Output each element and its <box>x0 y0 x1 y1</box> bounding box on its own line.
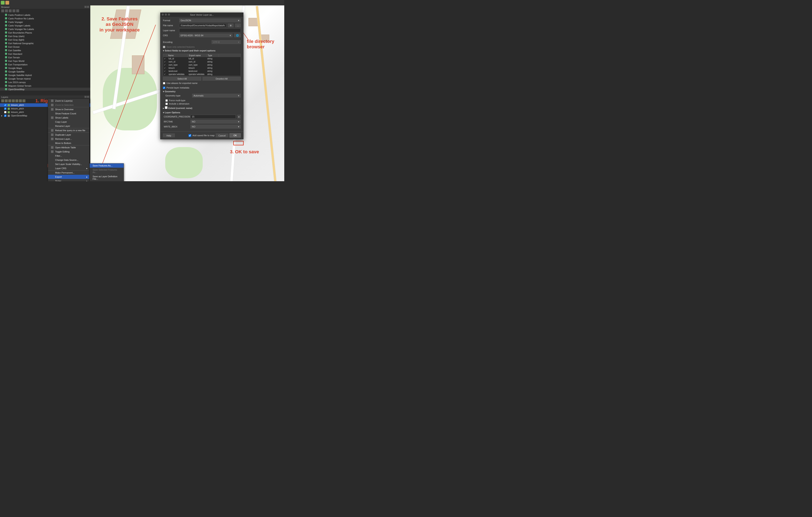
geometry-section[interactable]: Geometry <box>163 89 241 94</box>
field-row[interactable]: ✓osm_idosm_idstring <box>163 60 240 63</box>
maximize-icon[interactable] <box>168 13 170 16</box>
dialog-titlebar[interactable]: Save Vector Layer as... <box>161 13 243 17</box>
geom-type-select[interactable]: Automatic <box>192 94 241 98</box>
cancel-button[interactable]: Cancel <box>216 134 228 137</box>
field-row[interactable]: ✓landcoverlandcoverstring <box>163 70 240 73</box>
browser-item[interactable]: Esri Standard <box>0 52 90 56</box>
select-all-button[interactable]: Select All <box>163 77 201 81</box>
close-icon[interactable] <box>87 6 89 8</box>
browser-item[interactable]: Esri Transportation <box>0 63 90 66</box>
browser-item[interactable]: Carto Voyager No Labels <box>0 27 90 31</box>
browser-item[interactable]: Esri Gray (light) <box>0 38 90 42</box>
remove-icon[interactable] <box>23 99 25 102</box>
select-fields-section[interactable]: Select fields to export and their export… <box>163 49 241 53</box>
browser-item[interactable]: Esri Satellite <box>0 49 90 52</box>
clear-button[interactable]: ⊗ <box>228 24 233 27</box>
browser-item[interactable]: OpenStreetMap <box>0 88 90 91</box>
menu-item[interactable]: Make Permanent... <box>48 170 89 175</box>
menu-item[interactable]: Rename Layer <box>48 124 89 128</box>
menu-item[interactable]: Show Labels <box>48 116 89 120</box>
menu-item[interactable]: Set Layer Scale Visibility... <box>48 162 89 166</box>
submenu-item[interactable]: Save Features As... <box>90 164 124 168</box>
include-z-checkbox[interactable] <box>166 103 168 105</box>
add-saved-checkbox[interactable] <box>188 134 191 137</box>
layer-visibility-checkbox[interactable] <box>4 107 6 110</box>
menu-item[interactable]: Export▸ <box>48 175 89 179</box>
browser-item[interactable]: Carto Voyager <box>0 20 90 24</box>
menu-item[interactable]: Styles▸ <box>48 179 89 181</box>
browser-item[interactable]: Esri Terrain <box>0 56 90 59</box>
force-multi-checkbox[interactable] <box>166 99 168 102</box>
format-select[interactable]: GeoJSON <box>179 19 241 22</box>
menu-item[interactable]: Show in Overview <box>48 107 89 111</box>
browser-item[interactable]: Esri Topo World <box>0 59 90 63</box>
submenu-item[interactable]: Save as Layer Definition File... <box>90 174 124 181</box>
props-icon[interactable] <box>16 9 19 12</box>
menu-item[interactable]: Change Data Source... <box>48 158 89 162</box>
field-row[interactable]: ✓operator:wikidataoperator:wikidatastrin… <box>163 73 240 76</box>
menu-item[interactable]: Filter... <box>48 154 89 158</box>
menu-item[interactable]: Layer CRS▸ <box>48 166 89 170</box>
filter-icon[interactable] <box>12 99 15 102</box>
close-icon[interactable] <box>162 13 164 16</box>
layer-visibility-checkbox[interactable] <box>4 104 6 106</box>
deselect-all-button[interactable]: Deselect All <box>202 77 241 81</box>
layer-options-section[interactable]: Layer Options <box>163 110 241 115</box>
query-icon[interactable] <box>1 1 5 5</box>
add-group-icon[interactable] <box>5 99 8 102</box>
layer-visibility-checkbox[interactable] <box>4 114 6 117</box>
collapse-icon[interactable] <box>19 99 22 102</box>
browser-item[interactable]: Esri Gray (dark) <box>0 34 90 38</box>
browser-item[interactable]: Google Terrain Hybrid <box>0 77 90 81</box>
menu-item[interactable]: Move to Bottom <box>48 141 89 145</box>
browser-item[interactable]: Esri Ocean <box>0 45 90 49</box>
menu-item[interactable]: Open Attribute Table <box>48 145 89 149</box>
minimize-icon[interactable] <box>165 13 167 16</box>
min-icon[interactable] <box>85 96 87 98</box>
browser-item[interactable]: Carto Positron No Labels <box>0 17 90 20</box>
layername-input[interactable] <box>179 29 241 32</box>
visibility-icon[interactable] <box>8 99 11 102</box>
menu-item[interactable]: Copy Layer <box>48 120 89 124</box>
help-button[interactable]: Help <box>163 134 175 137</box>
refresh-icon[interactable] <box>5 9 8 12</box>
browser-item[interactable]: Esri Boundaries Places <box>0 31 90 34</box>
coord-prec-input[interactable] <box>191 115 236 118</box>
menu-item[interactable]: Zoom to Layer(s) <box>48 99 89 103</box>
bbox-select[interactable]: NO <box>191 125 241 129</box>
expand-icon[interactable] <box>16 99 18 102</box>
crs-picker-button[interactable]: 🌐 <box>234 33 241 37</box>
style-icon[interactable] <box>1 99 4 102</box>
menu-item[interactable]: Reload the query in a new file <box>48 128 89 133</box>
browser-item[interactable]: Google Satellite <box>0 70 90 74</box>
browser-item[interactable]: Mapzen Global Terrain <box>0 84 90 88</box>
browser-item[interactable]: Carto Positron Labels <box>0 13 90 17</box>
browser-item[interactable]: Carto Voyager Labels <box>0 24 90 27</box>
menu-item[interactable]: Remove Layer... <box>48 137 89 141</box>
extent-section[interactable]: Extent (current: none) <box>163 105 241 110</box>
filename-input[interactable] <box>179 24 226 27</box>
layer-context-menu[interactable]: Zoom to Layer(s)Zoom to SelectionShow in… <box>48 99 89 181</box>
close-icon[interactable] <box>87 96 89 98</box>
menu-item[interactable]: Toggle Editing <box>48 149 89 154</box>
filter-icon[interactable] <box>9 9 12 12</box>
collapse-icon[interactable] <box>12 9 16 12</box>
field-row[interactable]: ✓leisureleisurestring <box>163 66 240 70</box>
add-icon[interactable] <box>1 9 4 12</box>
field-row[interactable]: ✓osm_typeosm_typestring <box>163 63 240 66</box>
ok-button[interactable]: OK <box>230 133 241 137</box>
min-icon[interactable] <box>85 6 87 8</box>
browser-tree[interactable]: Carto Positron LabelsCarto Positron No L… <box>0 13 90 91</box>
export-submenu[interactable]: Save Features As...Save Selected Feature… <box>89 163 124 181</box>
browser-item[interactable]: Esri National Geographic <box>0 42 90 45</box>
encoding-select[interactable]: UTF-8 <box>212 40 241 44</box>
browser-item[interactable]: Lex 2019 canopy <box>0 81 90 84</box>
field-row[interactable]: ✓full_idfull_idstring <box>163 57 240 60</box>
rfc-select[interactable]: NO <box>191 120 241 124</box>
browser-item[interactable]: Google Satellite Hybrid <box>0 74 90 77</box>
persist-checkbox[interactable] <box>163 87 165 89</box>
browser-item[interactable]: Google Maps <box>0 66 90 70</box>
stepper-icon[interactable]: ▸ <box>237 115 241 118</box>
submenu-item[interactable]: Save as QGIS Layer Style File... <box>90 181 124 181</box>
crs-select[interactable]: EPSG:4326 - WGS 84 <box>179 33 232 37</box>
